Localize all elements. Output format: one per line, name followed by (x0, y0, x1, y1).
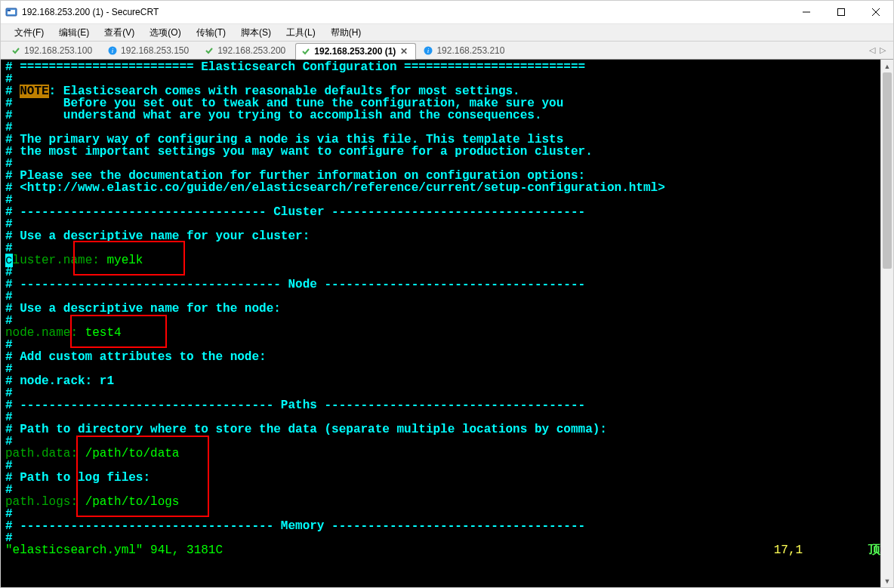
menu-transfer[interactable]: 传输(T) (189, 24, 233, 42)
status-file: "elasticsearch.yml" 94L, 3181C (5, 543, 223, 557)
tab-nav-right-icon[interactable]: ▷ (880, 45, 886, 55)
tab-label: 192.168.253.150 (121, 45, 189, 56)
path-data-value: /path/to/data (85, 447, 180, 460)
svg-rect-4 (838, 9, 845, 16)
menu-tools[interactable]: 工具(L) (279, 24, 323, 42)
status-position: 17,1 (774, 543, 803, 557)
menu-script[interactable]: 脚本(S) (233, 24, 279, 42)
tab-session-5[interactable]: i 192.168.253.210 (418, 42, 513, 59)
section-node: Node (288, 278, 316, 291)
minimize-button[interactable] (789, 1, 824, 23)
terminal[interactable]: # ======================== Elasticsearch… (1, 60, 880, 587)
node-desc: Use a descriptive name for the node: (20, 302, 281, 316)
check-icon (11, 45, 21, 56)
tab-session-1[interactable]: 192.168.253.100 (5, 42, 100, 59)
app-icon (5, 6, 17, 18)
node-name-key: node.name (5, 326, 70, 340)
menu-help[interactable]: 帮助(H) (323, 24, 369, 42)
node-name-value: test4 (85, 326, 122, 340)
doc-url: <http://www.elastic.co/guide/en/elastics… (20, 181, 665, 195)
scroll-thumb[interactable] (883, 72, 892, 269)
menu-options[interactable]: 选项(O) (142, 24, 188, 42)
info-icon: i (107, 45, 118, 56)
svg-rect-2 (8, 10, 11, 11)
section-paths: Paths (281, 399, 317, 412)
tab-session-4-active[interactable]: 192.168.253.200 (1) ✕ (295, 43, 416, 60)
tab-label: 192.168.253.200 (1) (314, 46, 396, 57)
path-logs-key: path.logs (5, 495, 70, 509)
titlebar: 192.168.253.200 (1) - SecureCRT (1, 1, 893, 23)
maximize-button[interactable] (824, 1, 859, 23)
para-line: the most important settings you may want… (20, 145, 593, 159)
check-icon (301, 46, 311, 57)
terminal-wrapper: # ======================== Elasticsearch… (1, 60, 893, 587)
path-data-key: path.data (5, 447, 70, 460)
info-icon: i (423, 45, 433, 56)
intro-line: understand what are you trying to accomp… (63, 109, 542, 122)
check-icon (204, 45, 214, 56)
paths-desc: Path to directory where to store the dat… (20, 423, 607, 436)
scroll-down-icon[interactable]: ▼ (881, 574, 893, 587)
scroll-up-icon[interactable]: ▲ (881, 60, 893, 72)
tab-label: 192.168.253.100 (24, 45, 92, 56)
tab-session-2[interactable]: i 192.168.253.150 (102, 42, 197, 59)
path-logs-value: /path/to/logs (85, 495, 180, 509)
cluster-desc: Use a descriptive name for your cluster: (20, 229, 310, 243)
menu-file[interactable]: 文件(F) (7, 24, 51, 42)
section-memory: Memory (281, 519, 325, 533)
status-word: 顶端 (868, 543, 880, 557)
scrollbar[interactable]: ▲ ▼ (880, 60, 893, 587)
node-rack: node.rack: r1 (20, 374, 114, 388)
node-attr-desc: Add custom attributes to the node: (20, 350, 266, 364)
tab-label: 192.168.253.210 (436, 45, 504, 56)
config-header: Elasticsearch Configuration (201, 60, 396, 74)
tab-close-icon[interactable]: ✕ (400, 46, 408, 57)
close-button[interactable] (859, 1, 893, 23)
cluster-name-value: myelk (106, 254, 143, 267)
menubar: 文件(F) 编辑(E) 查看(V) 选项(O) 传输(T) 脚本(S) 工具(L… (1, 23, 893, 42)
section-cluster: Cluster (273, 205, 324, 219)
menu-edit[interactable]: 编辑(E) (51, 24, 97, 42)
tab-label: 192.168.253.200 (217, 45, 285, 56)
tabbar: 192.168.253.100 i 192.168.253.150 192.16… (1, 42, 893, 60)
tab-session-3[interactable]: 192.168.253.200 (199, 42, 294, 59)
path-logs-desc: Path to log files: (20, 471, 150, 485)
window-title: 192.168.253.200 (1) - SecureCRT (22, 7, 159, 17)
menu-view[interactable]: 查看(V) (97, 24, 142, 42)
tab-nav-left-icon[interactable]: ◁ (869, 45, 875, 55)
